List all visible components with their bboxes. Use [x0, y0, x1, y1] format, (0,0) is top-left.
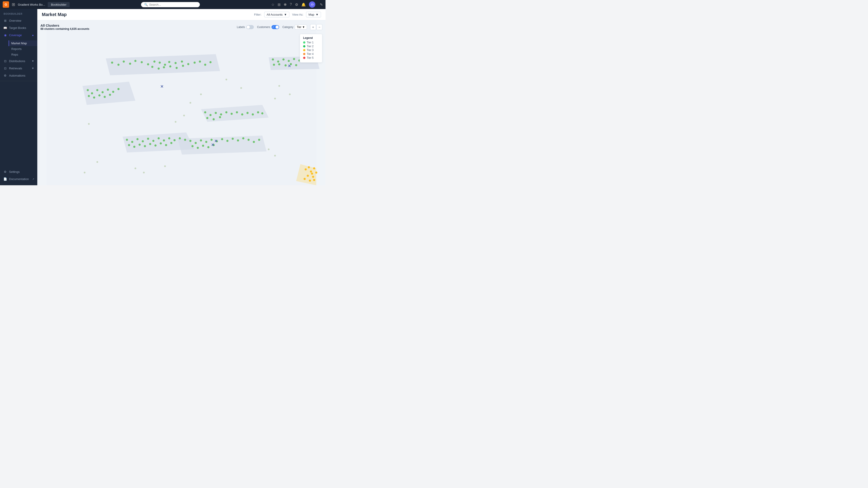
svg-point-62 — [261, 112, 264, 114]
coverage-icon: ◉ — [3, 33, 7, 37]
bell-icon[interactable]: 🔔 — [301, 2, 306, 7]
svg-point-116 — [313, 179, 315, 181]
sidebar-item-distributions[interactable]: ⊡ Distributions ▼ — [0, 57, 37, 65]
page-header: Market Map Filter: All Accounts ▼ View A… — [37, 9, 326, 20]
svg-point-93 — [221, 138, 223, 140]
sidebar-divider — [0, 81, 37, 81]
clusters-title: All Clusters — [40, 24, 89, 27]
view-as-label: View As: — [292, 13, 303, 16]
svg-point-15 — [193, 62, 195, 64]
automations-label: Automations — [9, 74, 25, 77]
search-box[interactable]: 🔍 — [141, 2, 200, 7]
customers-toggle-group: Customers ✓ — [257, 25, 279, 29]
header-controls: Filter: All Accounts ▼ View As: Map ▼ — [254, 12, 321, 18]
svg-point-117 — [183, 115, 185, 116]
search-area: 🔍 — [72, 2, 269, 7]
svg-point-63 — [206, 117, 208, 119]
zoom-buttons: + − — [310, 24, 322, 30]
svg-point-6 — [141, 61, 143, 63]
svg-point-17 — [204, 64, 206, 66]
sidebar-section-title: BOOKBUILDER — [0, 12, 37, 17]
svg-point-75 — [174, 139, 176, 141]
svg-point-43 — [107, 89, 109, 91]
zoom-in-button[interactable]: + — [310, 24, 316, 30]
zoom-out-button[interactable]: − — [316, 24, 322, 30]
retrievals-label: Retrievals — [9, 67, 22, 70]
sidebar-item-target-books[interactable]: 📖 Target Books — [0, 24, 37, 31]
coverage-label: Coverage — [9, 33, 22, 37]
sidebar-item-automations[interactable]: ⚙ Automations — [0, 72, 37, 79]
svg-point-99 — [253, 141, 255, 143]
view-as-select[interactable]: Map ▼ — [306, 12, 321, 18]
sidebar-child-market-map[interactable]: Market Map — [8, 40, 37, 46]
svg-point-61 — [257, 111, 259, 113]
distributions-label: Distributions — [9, 59, 25, 63]
svg-point-35 — [278, 63, 280, 65]
search-icon: 🔍 — [144, 3, 148, 6]
grid2-icon[interactable]: ⊞ — [278, 2, 281, 7]
map-legend: Legend Tier 1 Tier 2 Tier 3 Tier 4 — [300, 34, 322, 63]
svg-point-45 — [117, 88, 119, 90]
sidebar-child-reps[interactable]: Reps — [8, 52, 37, 57]
svg-point-101 — [191, 145, 193, 147]
gear-icon[interactable]: ⚙ — [295, 2, 298, 7]
svg-point-10 — [164, 64, 166, 66]
sidebar-item-retrievals[interactable]: ⊡ Retrievals ▼ — [0, 65, 37, 72]
tier2-label: Tier 2 — [307, 45, 313, 48]
app-logo[interactable]: G — [3, 1, 9, 8]
bookbuilder-tab[interactable]: Bookbuilder — [48, 2, 70, 7]
sidebar-item-overview[interactable]: ⊞ Overview — [0, 17, 37, 24]
search-input[interactable] — [149, 3, 197, 6]
svg-point-72 — [158, 137, 160, 139]
view-chevron-icon: ▼ — [315, 13, 318, 16]
star-icon[interactable]: ☆ — [271, 2, 274, 7]
svg-point-112 — [312, 176, 314, 178]
svg-point-96 — [237, 139, 239, 141]
svg-point-46 — [88, 95, 90, 97]
sidebar-item-documentation[interactable]: 📄 Documentation ↗ — [0, 175, 37, 183]
coverage-row[interactable]: ◉ Coverage ▲ — [0, 31, 37, 39]
svg-point-25 — [272, 58, 274, 60]
svg-point-49 — [104, 96, 106, 98]
target-books-label: Target Books — [9, 26, 26, 30]
svg-point-74 — [168, 137, 170, 139]
tier1-dot — [303, 41, 305, 43]
coverage-children: Market Map Reports Reps — [0, 40, 37, 57]
sidebar-item-settings[interactable]: ⚙ Settings — [0, 168, 37, 175]
legend-item-tier2: Tier 2 — [303, 45, 319, 48]
customers-toggle-knob — [276, 26, 279, 29]
filter-select[interactable]: All Accounts ▼ — [264, 12, 289, 18]
svg-point-127 — [96, 161, 98, 163]
sidebar-child-reports[interactable]: Reports — [8, 46, 37, 52]
svg-point-132 — [268, 149, 270, 150]
svg-point-1 — [111, 62, 113, 64]
help-icon[interactable]: ? — [290, 2, 292, 6]
x-marker-3: ✕ — [214, 139, 217, 143]
legend-title: Legend — [303, 36, 319, 39]
svg-point-19 — [151, 66, 153, 68]
svg-point-114 — [304, 178, 306, 180]
category-group: Category Tier ▼ — [282, 25, 307, 30]
map-toolbar: All Clusters 88 clusters containing 4,63… — [40, 24, 322, 31]
svg-point-104 — [207, 146, 209, 148]
svg-point-38 — [295, 64, 297, 66]
svg-point-57 — [236, 111, 238, 113]
labels-toggle[interactable] — [246, 25, 254, 29]
svg-point-54 — [220, 113, 222, 116]
svg-point-47 — [93, 96, 95, 98]
user-avatar[interactable]: JD — [309, 1, 315, 8]
grid-icon[interactable]: ⊞ — [12, 2, 15, 7]
svg-point-3 — [123, 61, 125, 63]
labels-toggle-group: Labels — [237, 25, 254, 29]
svg-point-59 — [246, 112, 248, 114]
svg-point-7 — [147, 63, 149, 65]
svg-point-50 — [109, 94, 111, 96]
labels-toggle-knob — [247, 26, 250, 29]
waffle-icon[interactable]: ❋ — [284, 2, 287, 7]
edit-icon[interactable]: ✎ — [320, 2, 323, 7]
map-container[interactable]: All Clusters 88 clusters containing 4,63… — [37, 20, 326, 185]
category-select[interactable]: Tier ▼ — [295, 25, 307, 30]
nav-icons: ☆ ⊞ ❋ ? ⚙ 🔔 JD — [271, 1, 315, 8]
svg-point-26 — [277, 61, 279, 63]
customers-toggle[interactable]: ✓ — [272, 25, 279, 29]
